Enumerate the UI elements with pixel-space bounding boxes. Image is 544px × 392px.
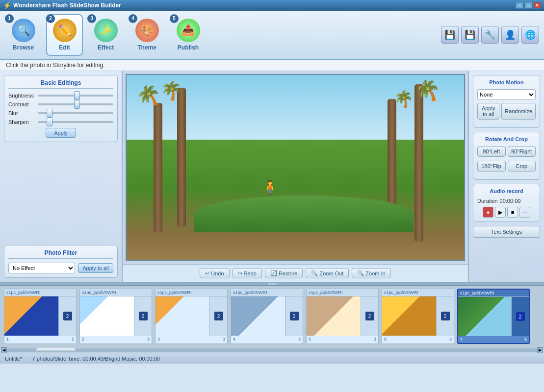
- user-icon[interactable]: 👤: [501, 26, 519, 44]
- step-number-3: 3: [87, 14, 96, 23]
- filmstrip-thumb-3: 2: [155, 296, 227, 336]
- browse-icon: 🔍: [12, 19, 35, 42]
- motion-select[interactable]: None Zoom In Zoom Out Pan Left Pan Right: [477, 89, 536, 100]
- filmstrip-item-1[interactable]: x1pc_jqddV0WRI 2 1 5: [4, 289, 77, 344]
- effect-button[interactable]: 3 ✨ Effect: [87, 14, 124, 56]
- contrast-slider[interactable]: [38, 103, 113, 105]
- filmstrip-item-6[interactable]: x1pc_jqddV0WRI 2 6 3: [382, 289, 454, 344]
- crop-button[interactable]: Crop: [508, 161, 536, 172]
- flip-button[interactable]: 180°Flip: [477, 161, 506, 172]
- scroll-left-arrow[interactable]: ◀: [1, 347, 7, 353]
- filter-apply-all-button[interactable]: Apply to all: [78, 263, 113, 273]
- apply-to-all-motion-button[interactable]: Apply to all: [477, 103, 499, 120]
- motion-buttons-row: Apply to all Randomize: [477, 103, 536, 122]
- publish-label: Publish: [178, 44, 199, 51]
- minimize-button[interactable]: ─: [516, 2, 523, 9]
- instruction-text: Click the photo in Storyline for editing…: [6, 62, 104, 69]
- brightness-slider[interactable]: [38, 95, 113, 97]
- zoom-in-button[interactable]: 🔍 Zoom In: [352, 268, 390, 278]
- edit-icon: ✏️: [53, 19, 77, 42]
- theme-icon: 🎨: [135, 19, 159, 42]
- filmstrip-item-5[interactable]: x1pc_jqddV0WRI 2 5 3: [306, 289, 379, 344]
- palm-3: [414, 84, 423, 242]
- audio-controls: ● ▶ ■ —: [477, 207, 536, 218]
- rotate-crop-group: Rotate And Crop 90°Left 90°Right 180°Fli…: [473, 132, 540, 180]
- thumb-num1-3: 3: [157, 337, 160, 342]
- brightness-row: Brightness: [8, 93, 113, 98]
- redo-button[interactable]: ↪ Redo: [233, 268, 262, 278]
- thumb-image-6: [382, 296, 436, 336]
- restore-button[interactable]: □: [524, 2, 532, 9]
- publish-button[interactable]: 5 📤 Publish: [170, 14, 207, 56]
- palm-2: [177, 88, 186, 227]
- rotate-left-button[interactable]: 90°Left: [477, 146, 506, 157]
- filmstrip-scroll[interactable]: x1pc_jqddV0WRI 2 1 5 x1pc_jqddV0WRI 2 2: [0, 286, 544, 347]
- filmstrip-thumb-4: 2: [231, 296, 303, 336]
- audio-stop-button[interactable]: ■: [507, 207, 518, 218]
- duration-label: Duration: [477, 198, 498, 204]
- filmstrip-item-3[interactable]: x1pc_jqddV0WRI 2 3 3: [155, 289, 228, 344]
- thumb-num2-1: 5: [72, 337, 74, 342]
- thumb-side-1: 2: [58, 296, 76, 336]
- filmstrip-item-4[interactable]: x1pc_jqddV0WRI 2 4 3: [231, 289, 303, 344]
- effect-label: Effect: [98, 44, 114, 51]
- sharpen-label: Sharpen: [8, 119, 38, 125]
- close-button[interactable]: ✕: [533, 2, 541, 9]
- filmstrip-header-5: x1pc_jqddV0WRI: [307, 289, 378, 296]
- window-controls: ─ □ ✕: [516, 2, 541, 9]
- thumb-side-6: 2: [436, 296, 454, 336]
- blur-label: Blur: [8, 110, 38, 116]
- filmstrip-thumb-5: 2: [307, 296, 378, 336]
- thumb-num2-4: 3: [298, 337, 301, 342]
- thumb-badge-4: 2: [290, 312, 299, 320]
- text-settings-button[interactable]: Text Settings: [473, 226, 540, 238]
- right-panel: Photo Motion None Zoom In Zoom Out Pan L…: [468, 71, 544, 282]
- audio-record-group: Audio record Duration 00:00:00 ● ▶ ■ —: [473, 184, 540, 222]
- filmstrip-thumb-1: 2: [4, 296, 76, 336]
- edit-button[interactable]: 2 ✏️ Edit: [46, 14, 83, 56]
- thumb-num2-2: 3: [147, 337, 150, 342]
- palm-1: [154, 103, 162, 233]
- settings-icon[interactable]: 🔧: [481, 26, 499, 44]
- browse-button[interactable]: 1 🔍 Browse: [5, 14, 42, 56]
- thumb-num2-6: 3: [449, 337, 452, 342]
- scroll-track[interactable]: [7, 348, 537, 352]
- rotate-right-button[interactable]: 90°Right: [508, 146, 536, 157]
- filmstrip-footer-4: 4 3: [231, 336, 303, 343]
- canvas-toolbar: ↩ Undo ↪ Redo 🔄 Restore 🔍 Zoom Out 🔍 Zoo…: [123, 264, 468, 282]
- restore-button[interactable]: 🔄 Restore: [265, 268, 303, 278]
- scroll-thumb[interactable]: [36, 348, 76, 352]
- main-toolbar: 1 🔍 Browse 2 ✏️ Edit 3 ✨ Effect 4 🎨 Them…: [0, 11, 544, 60]
- save-icon[interactable]: 💾: [441, 26, 459, 44]
- randomize-button[interactable]: Randomize: [501, 103, 536, 120]
- basic-apply-button[interactable]: Apply: [46, 128, 76, 138]
- theme-button[interactable]: 4 🎨 Theme: [129, 14, 165, 56]
- rotate-crop-title: Rotate And Crop: [477, 136, 536, 142]
- thumb-side-3: 2: [209, 296, 227, 336]
- blur-slider[interactable]: [38, 112, 113, 114]
- audio-delete-button[interactable]: —: [519, 207, 530, 218]
- main-area: Basic Editings Brightness Contrast Blur: [0, 71, 544, 282]
- photo-motion-title: Photo Motion: [477, 79, 536, 85]
- filmstrip-item-7[interactable]: x1pc_jqddV0WRI 2 7 5: [457, 289, 530, 344]
- horizontal-scrollbar[interactable]: ◀ ▶: [0, 347, 544, 353]
- undo-button[interactable]: ↩ Undo: [200, 268, 229, 278]
- zoom-out-button[interactable]: 🔍 Zoom Out: [306, 268, 349, 278]
- app-title: Wondershare Flash SlideShow Builder: [13, 2, 121, 9]
- step-number-5: 5: [170, 14, 179, 23]
- audio-record-button[interactable]: ●: [483, 207, 493, 218]
- web-icon[interactable]: 🌐: [521, 26, 539, 44]
- thumb-badge-7: 2: [516, 312, 525, 321]
- save-as-icon[interactable]: 💾: [461, 26, 479, 44]
- audio-play-button[interactable]: ▶: [495, 207, 506, 218]
- scroll-right-arrow[interactable]: ▶: [537, 347, 543, 353]
- photo-filter-select[interactable]: No Effect Sepia Grayscale Vintage: [8, 263, 75, 273]
- filter-row: No Effect Sepia Grayscale Vintage Apply …: [8, 263, 113, 273]
- titlebar: ⚡ Wondershare Flash SlideShow Builder ─ …: [0, 0, 544, 11]
- filmstrip-item-2[interactable]: x1pc_jqddV0WRI 2 2 3: [79, 289, 152, 344]
- sharpen-slider[interactable]: [38, 121, 113, 123]
- palm-leaves-4: 🌴: [393, 89, 414, 109]
- instruction-bar: Click the photo in Storyline for editing…: [0, 60, 544, 71]
- thumb-num1-1: 1: [6, 337, 9, 342]
- brightness-label: Brightness: [8, 93, 38, 98]
